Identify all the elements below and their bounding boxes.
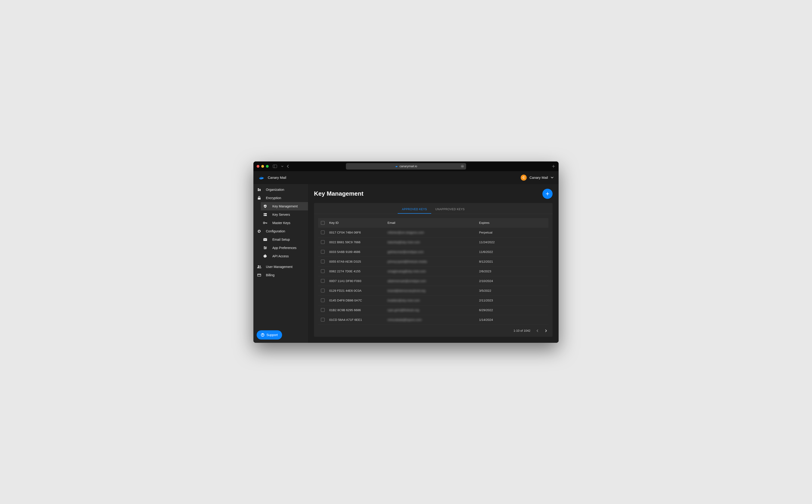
site-menu-icon[interactable] <box>461 164 464 168</box>
cell-expires: 11/24/2022 <box>479 240 548 244</box>
cell-email: smaglovang@sky-river.com <box>388 270 479 273</box>
minimize-window-button[interactable] <box>261 165 264 168</box>
svg-point-5 <box>463 166 463 167</box>
table-row[interactable]: 0082 2274 7D0E 4155smaglovang@sky-river.… <box>318 267 548 276</box>
row-checkbox[interactable] <box>321 269 325 273</box>
browser-window: canarymail.io Canary Mail C Canary Mail <box>254 161 558 343</box>
cell-keyid: 0082 2274 7D0E 4155 <box>327 270 388 273</box>
table-row[interactable]: 0017 CF04 74B4 06F6mfisher@sm.dragons.co… <box>318 228 548 237</box>
sidebar-item-key-servers[interactable]: Key Servers <box>261 210 308 219</box>
sidebar-item-organization[interactable]: Organization <box>254 185 308 194</box>
sidebar-item-app-preferences[interactable]: App Preferences <box>261 244 308 252</box>
cell-keyid: 0055 67A9 AE36 D325 <box>327 260 388 263</box>
svg-point-24 <box>260 266 261 267</box>
card-icon <box>257 274 261 276</box>
brand-name: Canary Mail <box>268 176 286 179</box>
key-icon <box>263 222 267 224</box>
row-checkbox[interactable] <box>321 298 325 302</box>
table-row[interactable]: 0129 FD21 44E6 0C0Abrand@democracyfund.o… <box>318 286 548 296</box>
sidebar-label: API Access <box>272 254 289 258</box>
tab-dropdown-button[interactable] <box>281 166 284 167</box>
cell-email: allahmensah@omidyar.com <box>388 279 479 283</box>
table-row[interactable]: 00D7 11A1 DF80 F093allahmensah@omidyar.c… <box>318 276 548 286</box>
canary-logo-icon <box>259 175 265 181</box>
chevron-down-icon <box>551 177 553 179</box>
sidebar-item-billing[interactable]: Billing <box>254 271 308 279</box>
sidebar-label: User Management <box>266 265 293 269</box>
col-header-expires: Expires <box>479 221 548 225</box>
sidebar-item-configuration[interactable]: Configuration <box>254 227 308 235</box>
sidebar-label: Key Management <box>272 204 298 208</box>
main-content: Key Management APPROVED KEYS UNAPPROVED … <box>308 184 558 343</box>
table-row[interactable]: 0033 5A6B 9189 4686gelinkumar@omidyar.co… <box>318 247 548 257</box>
organization-icon <box>257 188 261 191</box>
sidebar-label: Billing <box>266 273 275 277</box>
svg-rect-16 <box>263 238 267 241</box>
next-page-button[interactable] <box>544 328 548 333</box>
col-header-keyid: Key ID <box>327 221 388 225</box>
row-checkbox[interactable] <box>321 231 325 234</box>
sidebar-toggle-button[interactable] <box>273 165 277 168</box>
new-tab-button[interactable] <box>552 164 555 168</box>
row-checkbox[interactable] <box>321 308 325 312</box>
sidebar-item-api-access[interactable]: API Access <box>261 252 308 260</box>
cell-email: bakshta@sky-river.com <box>388 240 479 244</box>
sidebar-item-email-setup[interactable]: Email Setup <box>261 235 308 244</box>
svg-point-20 <box>264 246 265 247</box>
shield-check-icon <box>263 204 267 208</box>
row-checkbox[interactable] <box>321 289 325 292</box>
prev-page-button[interactable] <box>535 328 539 333</box>
sidebar-label: Email Setup <box>272 238 290 241</box>
sidebar-item-encryption[interactable]: Encryption <box>254 194 308 202</box>
table-row[interactable]: 01B2 8C9B 6295 6686ryan.grim@firelook.or… <box>318 305 548 315</box>
cell-email: mfisher@sm.dragons.com <box>388 231 479 234</box>
support-button[interactable]: Support <box>257 330 282 340</box>
sidebar-label: App Preferences <box>272 246 296 250</box>
cell-expires: Perpetual <box>479 231 548 234</box>
row-checkbox[interactable] <box>321 279 325 283</box>
cell-email: ryan.grim@firelook.org <box>388 308 479 312</box>
people-icon <box>257 265 261 268</box>
cell-expires: 2/11/2023 <box>479 299 548 302</box>
pagination-text: 1-10 of 1042 <box>513 329 530 332</box>
table-header-row: Key ID Email Expires <box>318 218 548 228</box>
brand: Canary Mail <box>259 175 286 181</box>
user-menu[interactable]: C Canary Mail <box>521 175 553 181</box>
sidebar-label: Master Keys <box>272 221 290 225</box>
window-controls <box>257 165 269 168</box>
cell-expires: 8/12/2021 <box>479 260 548 263</box>
add-key-button[interactable] <box>542 189 552 199</box>
tab-approved-keys[interactable]: APPROVED KEYS <box>398 205 431 214</box>
tab-unapproved-keys[interactable]: UNAPPROVED KEYS <box>431 205 469 214</box>
row-checkbox[interactable] <box>321 250 325 254</box>
svg-point-28 <box>263 336 263 336</box>
cell-email: brand@democracyfund.org <box>388 289 479 292</box>
back-button[interactable] <box>287 165 289 168</box>
titlebar: canarymail.io <box>254 161 558 171</box>
table-row[interactable]: 01CD 58A4 A71F 6EE1mmurakata@luporo.com1… <box>318 315 548 325</box>
select-all-checkbox[interactable] <box>321 221 325 225</box>
row-checkbox[interactable] <box>321 240 325 244</box>
cell-keyid: 0017 CF04 74B4 06F6 <box>327 231 388 234</box>
sliders-icon <box>263 246 267 249</box>
table-row[interactable]: 0022 B681 59C9 7666bakshta@sky-river.com… <box>318 237 548 247</box>
row-checkbox[interactable] <box>321 318 325 322</box>
gear-icon <box>257 229 261 233</box>
cell-keyid: 01B2 8C9B 6295 6686 <box>327 308 388 312</box>
sidebar-item-key-management[interactable]: Key Management <box>261 202 308 210</box>
app-frame: Canary Mail C Canary Mail Organization E… <box>254 171 558 343</box>
keys-panel: APPROVED KEYS UNAPPROVED KEYS Key ID Ema… <box>314 203 552 337</box>
close-window-button[interactable] <box>257 165 260 168</box>
sidebar: Organization Encryption Key Management K… <box>254 184 308 343</box>
table-footer: 1-10 of 1042 <box>314 325 552 337</box>
svg-point-23 <box>258 265 259 267</box>
cell-expires: 2/6/2023 <box>479 270 548 273</box>
table-row[interactable]: 0055 67A9 AE36 D325johnny.tyard@firelook… <box>318 257 548 267</box>
svg-point-15 <box>263 222 265 224</box>
sidebar-item-user-management[interactable]: User Management <box>254 263 308 271</box>
table-row[interactable]: 0145 D4F8 DB86 0A7Cbvaldez@sky-river.com… <box>318 296 548 305</box>
address-bar[interactable]: canarymail.io <box>346 163 466 170</box>
row-checkbox[interactable] <box>321 260 325 263</box>
maximize-window-button[interactable] <box>266 165 269 168</box>
sidebar-item-master-keys[interactable]: Master Keys <box>261 219 308 227</box>
